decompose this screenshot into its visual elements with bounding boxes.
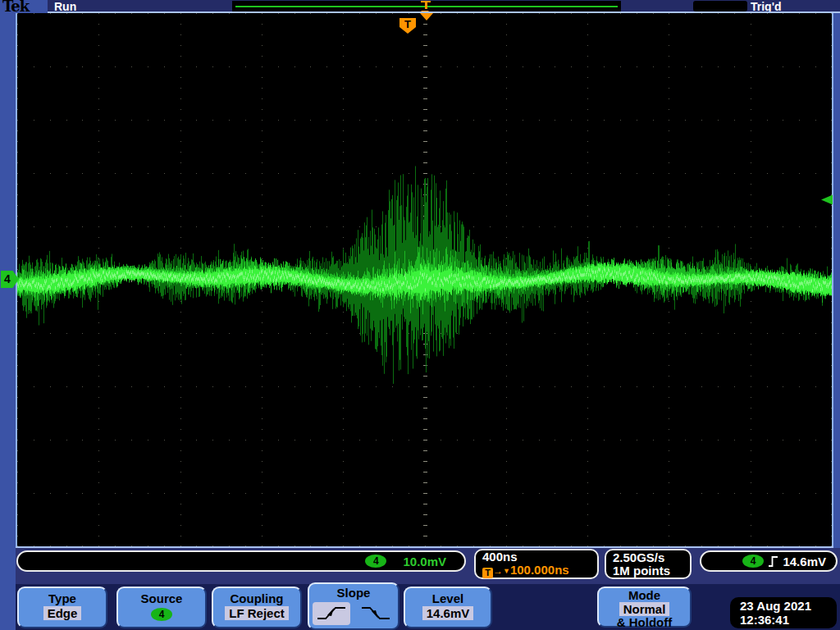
time: 12:36:41 — [740, 613, 837, 627]
coupling-value: LF Reject — [225, 606, 289, 620]
time-per-div: 400ns — [482, 550, 597, 564]
acquisition-readout: 2.50GS/s 1M points — [605, 549, 692, 579]
horizontal-readout: 400ns T→▼100.000ns — [474, 549, 599, 579]
right-margin — [833, 13, 840, 548]
mode-value: Normal — [619, 602, 670, 616]
right-arrow-icon: → — [493, 565, 503, 577]
menu-button-level[interactable]: Level 14.6mV — [404, 587, 492, 628]
level-value: 14.6mV — [422, 606, 474, 620]
datetime-display: 23 Aug 2021 12:36:41 — [730, 597, 837, 628]
waveform-display: T — [17, 13, 832, 546]
menu-button-type[interactable]: Type Edge — [17, 587, 107, 628]
slope-rising-icon — [316, 605, 347, 623]
slope-falling-option[interactable] — [357, 602, 395, 625]
menu-button-source[interactable]: Source 4 — [116, 587, 207, 628]
coupling-label: Coupling — [213, 591, 300, 606]
down-triangle-icon: ▼ — [503, 567, 510, 575]
source-channel-badge: 4 — [151, 608, 172, 621]
channel-scale-readout: 4 10.0mV — [16, 550, 466, 572]
trigger-position-value: 100.000ns — [510, 563, 569, 577]
trigger-position-readout: T→▼100.000ns — [482, 564, 597, 578]
trigger-source-badge: 4 — [742, 555, 764, 568]
oscilloscope-screen: Tek Run Trig'd T 4 4 10.0mV 400ns T→▼10 — [0, 0, 840, 630]
type-value: Edge — [43, 606, 82, 620]
menu-button-mode[interactable]: Mode Normal & Holdoff — [597, 587, 692, 628]
waveform-canvas — [17, 13, 832, 546]
channel4-scale-value: 10.0mV — [403, 555, 446, 568]
trigger-t-icon: T — [482, 568, 493, 578]
trigger-readout: 4 14.6mV — [700, 550, 838, 572]
rising-edge-icon — [768, 555, 778, 568]
menu-button-slope[interactable]: Slope — [308, 582, 399, 630]
menu-button-coupling[interactable]: Coupling LF Reject — [212, 587, 302, 628]
message-area — [693, 1, 747, 11]
mode-label: Mode — [599, 589, 690, 602]
record-length: 1M points — [613, 564, 690, 578]
sample-rate: 2.50GS/s — [613, 551, 690, 564]
slope-falling-icon — [360, 605, 391, 623]
mode-value2: & Holdoff — [599, 616, 690, 629]
slope-label: Slope — [309, 586, 398, 600]
date: 23 Aug 2021 — [740, 599, 837, 613]
channel4-badge: 4 — [365, 555, 386, 568]
trigger-level-value: 14.6mV — [783, 555, 826, 568]
type-label: Type — [19, 591, 106, 606]
level-label: Level — [405, 591, 491, 606]
left-margin — [0, 13, 16, 630]
slope-rising-option[interactable] — [313, 602, 350, 625]
source-label: Source — [118, 591, 205, 606]
trigger-position-triangle-icon[interactable] — [420, 13, 433, 21]
